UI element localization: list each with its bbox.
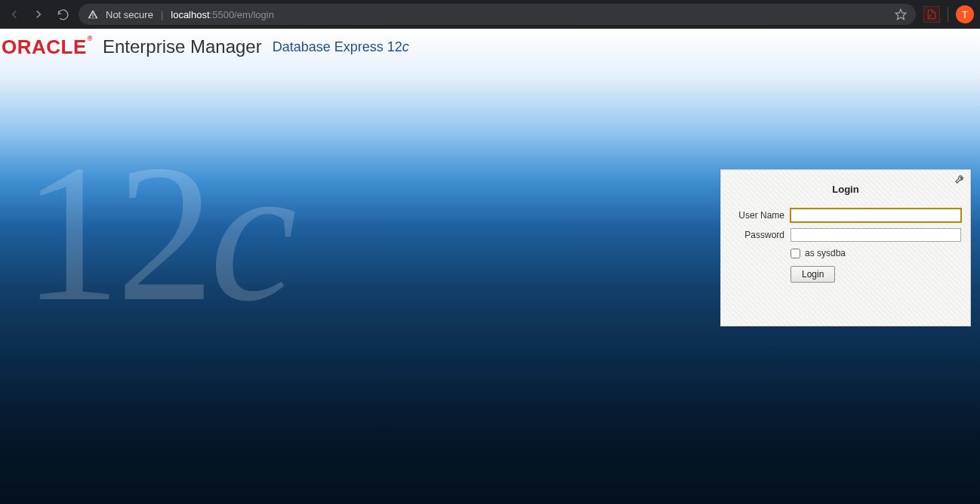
address-bar[interactable]: Not secure | localhost:5500/em/login xyxy=(79,4,916,25)
page-title: Enterprise Manager xyxy=(103,36,262,57)
settings-wrench-icon[interactable] xyxy=(954,173,966,184)
page-subtitle: Database Express 12c xyxy=(273,39,409,55)
login-button[interactable]: Login xyxy=(790,266,835,283)
password-label: Password xyxy=(730,230,790,240)
browser-toolbar: Not secure | localhost:5500/em/login A T xyxy=(0,0,980,29)
login-panel: Login User Name Password as sysdba Login xyxy=(720,169,971,326)
profile-avatar[interactable]: T xyxy=(956,5,974,23)
login-title: Login xyxy=(730,184,961,195)
oracle-logo: ORACLE® xyxy=(2,37,92,57)
svg-marker-0 xyxy=(895,9,905,19)
version-watermark: 12c xyxy=(23,135,292,331)
back-button[interactable] xyxy=(6,6,23,23)
page-header: ORACLE® Enterprise Manager Database Expr… xyxy=(0,29,980,65)
forward-button[interactable] xyxy=(30,6,47,23)
sysdba-label: as sysdba xyxy=(805,248,846,258)
username-row: User Name xyxy=(730,209,961,222)
bookmark-star-icon[interactable] xyxy=(895,8,907,20)
reload-button[interactable] xyxy=(54,6,71,23)
password-input[interactable] xyxy=(790,228,961,242)
sysdba-row: as sysdba xyxy=(790,248,961,258)
sysdba-checkbox[interactable] xyxy=(790,249,800,258)
not-secure-label: Not secure xyxy=(106,9,153,20)
pdf-extension-icon[interactable]: A xyxy=(923,6,940,23)
not-secure-icon xyxy=(88,9,98,20)
username-label: User Name xyxy=(730,210,790,221)
username-input[interactable] xyxy=(790,209,961,222)
page-content: ORACLE® Enterprise Manager Database Expr… xyxy=(0,29,980,504)
svg-text:A: A xyxy=(929,14,932,18)
password-row: Password xyxy=(730,228,961,242)
address-separator: | xyxy=(161,9,163,20)
toolbar-divider xyxy=(948,7,948,22)
url-text: localhost:5500/em/login xyxy=(171,9,274,20)
